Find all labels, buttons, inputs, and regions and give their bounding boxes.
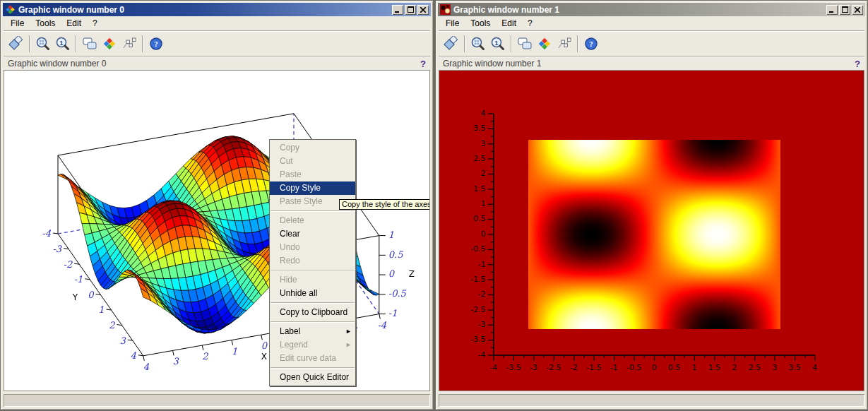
info-help-icon[interactable]: ? xyxy=(855,59,860,69)
svg-text:?: ? xyxy=(589,40,593,48)
window-title: Graphic window number 1 xyxy=(453,5,824,15)
maximize-button[interactable] xyxy=(405,5,416,15)
svg-text:1: 1 xyxy=(494,40,498,47)
context-menu-item-legend[interactable]: Legend► xyxy=(270,338,355,352)
separator xyxy=(511,35,512,52)
menu-file[interactable]: File xyxy=(440,18,465,29)
zoom-area-icon[interactable] xyxy=(468,34,488,54)
tool-bar: 1 ? xyxy=(4,32,430,56)
info-bar: Graphic window number 0 ? xyxy=(4,57,430,70)
menu-bar: File Tools Edit ? xyxy=(439,17,864,30)
tooltip: Copy the style of the axes xyxy=(339,199,430,210)
scilab-figure-icon xyxy=(5,4,16,15)
tool-bar: 1 ? xyxy=(439,32,864,56)
maximize-button[interactable] xyxy=(839,5,850,15)
menu-help[interactable]: ? xyxy=(522,18,538,29)
context-menu-item-redo[interactable]: Redo xyxy=(270,254,355,268)
original-view-icon[interactable]: 1 xyxy=(53,34,73,54)
close-button[interactable] xyxy=(852,5,863,15)
menu-separator xyxy=(270,270,355,271)
menu-edit[interactable]: Edit xyxy=(496,18,522,29)
info-label: Graphic window number 0 xyxy=(8,59,106,68)
submenu-arrow-icon: ► xyxy=(345,338,352,352)
close-button[interactable] xyxy=(417,5,429,15)
help-icon[interactable]: ? xyxy=(146,34,166,54)
menu-help[interactable]: ? xyxy=(87,18,103,29)
menu-file[interactable]: File xyxy=(5,18,30,29)
status-bar xyxy=(4,394,430,407)
menu-bar: File Tools Edit ? xyxy=(4,17,430,30)
context-menu-item-delete[interactable]: Delete xyxy=(270,214,355,227)
separator xyxy=(577,35,578,52)
menu-edit[interactable]: Edit xyxy=(61,18,87,29)
context-menu-item-copy-style[interactable]: Copy Style xyxy=(270,181,355,195)
context-menu-item-paste[interactable]: Paste xyxy=(270,168,355,181)
context-menu-item-unhide-all[interactable]: Unhide all xyxy=(270,287,355,300)
window-graphic-0: Graphic window number 0 File Tools Edit … xyxy=(0,0,434,410)
minimize-button[interactable] xyxy=(392,5,403,15)
svg-text:?: ? xyxy=(154,40,158,48)
svg-text:1: 1 xyxy=(59,40,63,47)
help-icon[interactable]: ? xyxy=(581,34,601,54)
context-menu-item-label[interactable]: Label► xyxy=(270,325,355,338)
plot-area: CopyCutPasteCopy StylePaste StyleDeleteC… xyxy=(4,70,430,391)
menu-separator xyxy=(270,367,355,369)
rotate-icon[interactable] xyxy=(441,34,461,54)
separator xyxy=(29,35,30,52)
figure-options-icon[interactable] xyxy=(80,34,100,54)
surface-plot-canvas[interactable] xyxy=(4,71,430,391)
context-menu-item-cut[interactable]: Cut xyxy=(270,155,355,168)
context-menu-item-undo[interactable]: Undo xyxy=(270,241,355,254)
title-bar[interactable]: Graphic window number 1 xyxy=(438,3,865,16)
menu-separator xyxy=(270,302,355,304)
menu-tools[interactable]: Tools xyxy=(465,18,496,29)
rotate-icon[interactable] xyxy=(6,34,26,54)
context-menu: CopyCutPasteCopy StylePaste StyleDeleteC… xyxy=(269,139,356,386)
heatmap-canvas[interactable] xyxy=(439,71,864,391)
window-title: Graphic window number 0 xyxy=(18,5,389,15)
minimize-button[interactable] xyxy=(826,5,838,15)
colormap-diamond-icon[interactable] xyxy=(100,34,119,54)
datatips-icon[interactable] xyxy=(119,34,139,54)
context-menu-item-clear[interactable]: Clear xyxy=(270,227,355,241)
separator xyxy=(142,35,143,52)
info-label: Graphic window number 1 xyxy=(443,59,541,68)
context-menu-item-open-quick-editor[interactable]: Open Quick Editor xyxy=(270,371,355,384)
zoom-area-icon[interactable] xyxy=(33,34,53,54)
menu-separator xyxy=(270,321,355,323)
context-menu-item-hide[interactable]: Hide xyxy=(270,273,355,287)
window-graphic-1: Graphic window number 1 File Tools Edit … xyxy=(435,0,868,410)
original-view-icon[interactable]: 1 xyxy=(488,34,508,54)
separator xyxy=(76,35,77,52)
submenu-arrow-icon: ► xyxy=(345,325,352,338)
menu-separator xyxy=(270,210,355,212)
separator xyxy=(464,35,465,52)
info-help-icon[interactable]: ? xyxy=(420,59,426,69)
context-menu-item-copy-to-clipboard[interactable]: Copy to Clipboard xyxy=(270,306,355,319)
title-bar[interactable]: Graphic window number 0 xyxy=(3,3,431,16)
figure-options-icon[interactable] xyxy=(515,34,535,54)
datatips-icon[interactable] xyxy=(554,34,574,54)
scilab-figure-icon xyxy=(440,4,451,15)
status-bar xyxy=(439,394,864,407)
menu-tools[interactable]: Tools xyxy=(30,18,61,29)
context-menu-item-copy[interactable]: Copy xyxy=(270,141,355,155)
plot-area xyxy=(439,70,864,391)
context-menu-item-edit-curve-data[interactable]: Edit curve data xyxy=(270,352,355,365)
info-bar: Graphic window number 1 ? xyxy=(439,57,864,70)
colormap-diamond-icon[interactable] xyxy=(535,34,554,54)
